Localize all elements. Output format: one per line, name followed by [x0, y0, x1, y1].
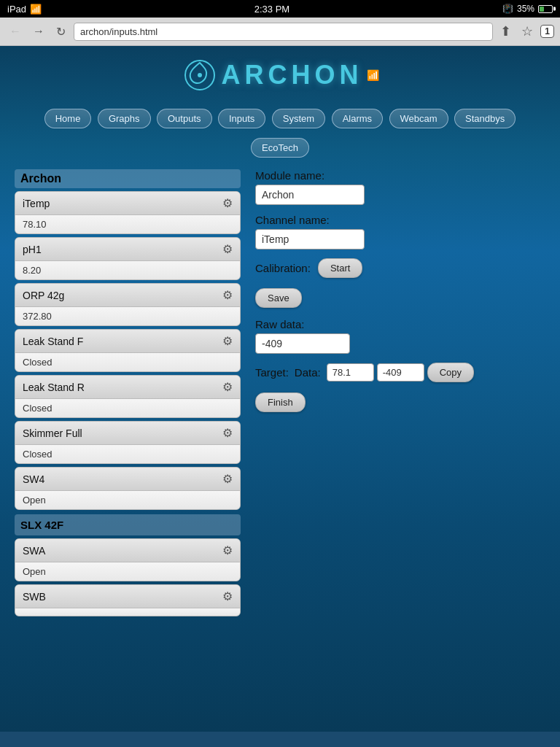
nav-webcam[interactable]: Webcam — [389, 109, 448, 128]
logo-icon — [182, 57, 218, 93]
save-button[interactable]: Save — [255, 288, 302, 308]
channel-sw4: SW4 ⚙ Open — [15, 467, 241, 510]
channel-leak-f-gear[interactable]: ⚙ — [222, 334, 233, 348]
channel-itemp: iTemp ⚙ 78.10 — [15, 191, 241, 234]
reload-button[interactable]: ↻ — [52, 23, 69, 40]
secondary-nav: EcoTech — [0, 133, 560, 162]
target-value-input[interactable] — [327, 363, 374, 382]
channel-name-label: Channel name: — [255, 214, 545, 226]
channel-leak-r-gear[interactable]: ⚙ — [222, 380, 233, 394]
channel-sw4-name: SW4 — [23, 473, 44, 485]
channel-sw4-gear[interactable]: ⚙ — [222, 472, 233, 486]
data-value-input[interactable] — [377, 363, 424, 382]
browser-toolbar: ← → ↻ ⬆ ☆ 1 — [0, 18, 560, 46]
module-name-label: Module name: — [255, 169, 545, 182]
data-label: Data: — [295, 366, 321, 379]
channel-ph1-value: 8.20 — [15, 261, 240, 279]
nav-system[interactable]: System — [272, 109, 325, 128]
channel-orp-name: ORP 42g — [23, 290, 64, 301]
target-data-row: Target: Data: Copy — [255, 363, 545, 382]
channel-leak-r: Leak Stand R ⚙ Closed — [15, 375, 241, 418]
channel-itemp-name: iTemp — [23, 198, 50, 209]
channel-skimmer: Skimmer Full ⚙ Closed — [15, 421, 241, 464]
nav-graphs[interactable]: Graphs — [98, 109, 151, 128]
channel-swa-value: Open — [15, 562, 240, 581]
battery-icon — [538, 5, 553, 13]
channel-swa: SWA ⚙ Open — [15, 538, 241, 581]
module-list: Archon iTemp ⚙ 78.10 pH1 ⚙ 8.20 — [15, 169, 241, 619]
page-background: ARCHON 📶 Home Graphs Outputs Inputs Syst… — [0, 46, 560, 732]
channel-orp-gear[interactable]: ⚙ — [222, 288, 233, 302]
bluetooth-icon: 📳 — [502, 4, 513, 14]
copy-button[interactable]: Copy — [427, 363, 474, 382]
share-button[interactable]: ⬆ — [497, 22, 514, 41]
nav-outputs[interactable]: Outputs — [157, 109, 212, 128]
back-button[interactable]: ← — [6, 23, 25, 39]
time-label: 2:33 PM — [254, 4, 289, 15]
main-content: Archon iTemp ⚙ 78.10 pH1 ⚙ 8.20 — [0, 162, 560, 627]
calibration-row: Calibration: Start — [255, 258, 545, 278]
svg-point-1 — [198, 73, 202, 77]
wifi-icon: 📶 — [30, 4, 42, 15]
channel-swa-name: SWA — [23, 545, 45, 557]
nav-inputs[interactable]: Inputs — [218, 109, 265, 128]
main-nav: Home Graphs Outputs Inputs System Alarms… — [0, 104, 560, 133]
module-name-input[interactable] — [255, 185, 365, 205]
channel-leak-r-name: Leak Stand R — [23, 382, 85, 393]
nav-home[interactable]: Home — [44, 109, 92, 128]
bookmark-button[interactable]: ☆ — [518, 22, 536, 41]
raw-data-label: Raw data: — [255, 318, 545, 330]
battery-percent: 35% — [517, 4, 534, 14]
channel-orp-value: 372.80 — [15, 307, 240, 325]
status-bar: iPad 📶 2:33 PM 📳 35% — [0, 0, 560, 18]
channel-ph1: pH1 ⚙ 8.20 — [15, 237, 241, 280]
tab-count[interactable]: 1 — [540, 25, 554, 38]
channel-ph1-gear[interactable]: ⚙ — [222, 242, 233, 256]
channel-skimmer-name: Skimmer Full — [23, 427, 82, 439]
channel-swa-gear[interactable]: ⚙ — [222, 543, 233, 557]
channel-swb-gear[interactable]: ⚙ — [222, 589, 233, 603]
logo-text: ARCHON — [222, 60, 363, 90]
calibration-label: Calibration: — [255, 262, 311, 274]
channel-leak-f-value: Closed — [15, 353, 240, 371]
forward-button[interactable]: → — [29, 23, 48, 39]
module-group-slx-label: SLX 42F — [15, 514, 241, 535]
target-label: Target: — [255, 366, 289, 379]
address-bar[interactable] — [74, 23, 493, 41]
channel-leak-r-value: Closed — [15, 399, 240, 417]
nav-ecotech[interactable]: EcoTech — [251, 138, 309, 158]
logo-area: ARCHON 📶 — [0, 46, 560, 104]
channel-skimmer-value: Closed — [15, 445, 240, 463]
carrier-label: iPad — [7, 4, 26, 15]
channel-name-input[interactable] — [255, 229, 365, 249]
channel-sw4-value: Open — [15, 491, 240, 509]
raw-data-input[interactable] — [255, 333, 350, 354]
nav-standbys[interactable]: Standbys — [454, 109, 516, 128]
settings-panel: Module name: Channel name: Calibration: … — [255, 169, 545, 619]
channel-swb-name: SWB — [23, 591, 46, 603]
finish-button[interactable]: Finish — [255, 392, 306, 412]
channel-skimmer-gear[interactable]: ⚙ — [222, 426, 233, 440]
channel-ph1-name: pH1 — [23, 244, 42, 255]
logo-wifi-icon: 📶 — [367, 69, 379, 81]
channel-swb: SWB ⚙ — [15, 584, 241, 616]
start-button[interactable]: Start — [318, 258, 362, 278]
nav-alarms[interactable]: Alarms — [332, 109, 383, 128]
channel-orp: ORP 42g ⚙ 372.80 — [15, 283, 241, 326]
channel-itemp-value: 78.10 — [15, 215, 240, 233]
channel-leak-f-name: Leak Stand F — [23, 336, 83, 347]
channel-swb-value — [15, 608, 240, 616]
channel-itemp-gear[interactable]: ⚙ — [222, 196, 233, 210]
module-group-archon-label: Archon — [15, 169, 241, 188]
channel-leak-f: Leak Stand F ⚙ Closed — [15, 329, 241, 372]
